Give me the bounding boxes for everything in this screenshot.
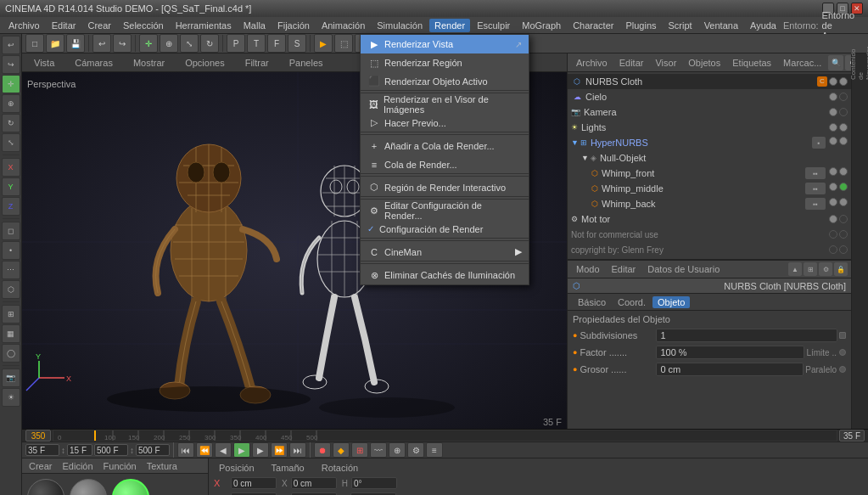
menu-renderizar-objeto[interactable]: ⬛ Renderizar Objeto Activo [361, 72, 529, 91]
menu-crear[interactable]: Crear [82, 19, 116, 32]
mat-tab-funcion[interactable]: Función [100, 461, 140, 471]
factor-input[interactable] [656, 346, 804, 359]
attr-icon2[interactable]: ⊞ [804, 262, 817, 276]
tb-undo[interactable]: ↩ [92, 34, 111, 53]
pb-end[interactable]: ⏭ [289, 442, 306, 458]
menu-seleccion[interactable]: Selección [118, 19, 169, 32]
tab-tamano[interactable]: Tamaño [266, 462, 310, 474]
rp-tab-objetos[interactable]: Objetos [683, 56, 725, 70]
menu-ayuda[interactable]: Ayuda [745, 19, 781, 32]
pb-begin[interactable]: ⏮ [177, 442, 194, 458]
tool-camera[interactable]: 📷 [2, 368, 20, 387]
vp-tab-camaras[interactable]: Cámaras [68, 56, 120, 70]
lock-icon[interactable]: 🔒 [834, 262, 848, 276]
pb-record[interactable]: ⏺ [314, 442, 331, 458]
tool-move[interactable]: ⊕ [2, 94, 20, 113]
tb-render-region[interactable]: ⬚ [334, 34, 353, 53]
attr-basic-tab[interactable]: Básico [573, 296, 611, 308]
menu-renderizar-vista[interactable]: ▶ Renderizar Vista ↗ [361, 35, 529, 53]
tree-item-whimp-front[interactable]: ⬡ Whimp_front ▪▪ [568, 166, 851, 181]
tb-move[interactable]: ⊕ [160, 34, 178, 53]
menu-animacion[interactable]: Animación [316, 19, 370, 32]
menu-render[interactable]: Render [429, 19, 470, 32]
nav-content-browser[interactable]: Navegador de Contenido [853, 55, 868, 70]
tool-select[interactable]: ✛ [2, 75, 20, 93]
tree-item-hypernurbs[interactable]: ▼ ⊞ HyperNURBS ▪ [568, 135, 851, 150]
menu-mograph[interactable]: MoGraph [517, 19, 566, 32]
menu-hacer-previo[interactable]: ▷ Hacer Previo... [361, 114, 529, 132]
menu-cineman[interactable]: C CineMan ▶ [361, 243, 529, 262]
attr-tab-datos[interactable]: Datos de Usuario [642, 262, 725, 276]
tb-open[interactable]: 📁 [46, 34, 64, 53]
tool-rotate[interactable]: ↻ [2, 114, 20, 132]
vp-tab-mostrar[interactable]: Mostrar [126, 56, 171, 70]
menu-anadir-cola[interactable]: + Añadir a Cola de Render... [361, 137, 529, 155]
tb-render-small[interactable]: ▶ [314, 34, 333, 53]
tree-item-null[interactable]: ▼ ◈ Null-Objekt [568, 150, 851, 166]
tb-scale[interactable]: ⤡ [180, 34, 199, 53]
tool-mesh[interactable]: ▦ [2, 324, 20, 343]
tb-rotate[interactable]: ↻ [200, 34, 219, 53]
search-icon[interactable]: 🔍 [828, 55, 843, 70]
pb-mixer[interactable]: ≡ [426, 442, 443, 458]
expand-arrow-hypernurbs[interactable]: ▼ [571, 138, 579, 147]
size-x-input[interactable] [291, 477, 337, 489]
vp-tab-vista[interactable]: Vista [27, 56, 61, 70]
tb-top[interactable]: T [247, 34, 266, 53]
expand-arrow-null[interactable]: ▼ [581, 154, 589, 162]
tool-axis-z[interactable]: Z [2, 197, 20, 216]
tree-item-copyright[interactable]: copyright by: Glenn Frey [568, 242, 851, 257]
pb-prev[interactable]: ⏪ [196, 442, 213, 458]
menu-malla[interactable]: Malla [238, 19, 271, 32]
tb-front[interactable]: F [267, 34, 286, 53]
tool-edge-mode[interactable]: ⋯ [2, 261, 20, 279]
menu-script[interactable]: Script [664, 19, 697, 32]
tb-perspective[interactable]: P [227, 34, 245, 53]
pb-next[interactable]: ⏩ [271, 442, 288, 458]
pb-ik[interactable]: ⊕ [389, 442, 406, 458]
menu-cola-render[interactable]: ≡ Cola de Render... [361, 155, 529, 174]
tb-save[interactable]: 💾 [66, 34, 85, 53]
vp-tab-filtrar[interactable]: Filtrar [238, 56, 276, 70]
render-dropdown-menu[interactable]: ▶ Renderizar Vista ↗ ⬚ Renderizar Región… [360, 34, 529, 285]
tb-select[interactable]: ✛ [139, 34, 158, 53]
material-item-sketch1[interactable]: Sketch [70, 479, 107, 495]
tool-poly-mode[interactable]: ⬡ [2, 280, 20, 299]
subdiv-up[interactable] [839, 332, 846, 339]
attr-tab-editar[interactable]: Editar [607, 262, 641, 276]
vp-tab-paneles[interactable]: Paneles [283, 56, 330, 70]
tool-redo[interactable]: ↪ [2, 55, 20, 74]
pb-auto-key[interactable]: ⊞ [351, 442, 368, 458]
attr-objeto-tab[interactable]: Objeto [652, 296, 690, 308]
menu-esculpir[interactable]: Esculpir [472, 19, 515, 32]
menu-renderizar-visor[interactable]: 🖼 Renderizar en el Visor de Imágenes [361, 95, 529, 114]
frame-end2-input[interactable] [136, 444, 170, 456]
tool-smooth[interactable]: ◯ [2, 344, 20, 363]
grosor-input[interactable] [656, 363, 804, 376]
menu-eliminar-caches[interactable]: ⊗ Eliminar Cachés de Iluminación [361, 266, 529, 284]
rp-tab-archivo[interactable]: Archivo [571, 56, 613, 70]
tree-item-whimp-back[interactable]: ⬡ Whimp_back ▪▪ [568, 196, 851, 211]
pb-motion[interactable]: 〰 [370, 442, 387, 458]
rp-tab-marcac[interactable]: Marcac... [778, 56, 826, 70]
menu-fijacion[interactable]: Fijación [272, 19, 315, 32]
tb-new[interactable]: □ [25, 34, 44, 53]
rot-h-input[interactable] [351, 477, 397, 489]
attr-icon3[interactable]: ⚙ [819, 262, 832, 276]
tree-item-whimp-middle[interactable]: ⬡ Whimp_middle ▪▪ [568, 181, 851, 196]
tb-side[interactable]: S [288, 34, 306, 53]
menu-archivo[interactable]: Archivo [3, 19, 45, 32]
material-item-sketch2[interactable]: Sketch [112, 479, 149, 495]
material-item-mat[interactable]: Mat [27, 479, 64, 495]
attr-coord-tab[interactable]: Coord. [613, 296, 651, 308]
pb-play[interactable]: ▶ [233, 442, 250, 458]
menu-plugins[interactable]: Plugins [620, 19, 661, 32]
tree-item-kamera[interactable]: 📷 Kamera [568, 104, 851, 120]
tool-axis-x[interactable]: X [2, 158, 20, 177]
pb-motion2[interactable]: ⚙ [407, 442, 424, 458]
attr-tab-modo[interactable]: Modo [571, 262, 605, 276]
tree-item-lights[interactable]: ☀ Lights [568, 120, 851, 135]
tb-redo[interactable]: ↪ [113, 34, 132, 53]
attr-icon1[interactable]: ▲ [788, 262, 802, 276]
menu-simulacion[interactable]: Simulación [372, 19, 428, 32]
